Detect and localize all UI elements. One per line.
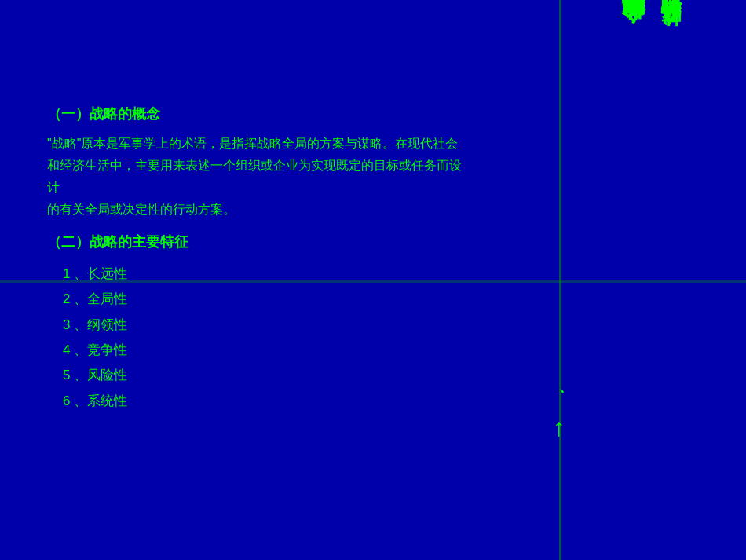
paragraph-rest-3: 的有关全局或决定性的行动方案。: [47, 203, 236, 216]
list-item-4: 4 、竞争性: [63, 338, 471, 363]
paragraph-rest-1: 原本是军事学上的术语，是指挥战略全局的方案与谋略。在现代社会: [81, 137, 458, 150]
list-item-6: 6 、系统性: [63, 389, 471, 414]
section1-header: （一）战略的概念: [47, 102, 471, 126]
deco-mark: 、: [556, 387, 577, 403]
features-list: 1 、长远性 2 、全局性 3 、纲领性 4 、竞争性 5 、风险性 6 、系统…: [63, 262, 471, 414]
list-item-1: 1 、长远性: [63, 262, 471, 287]
main-content: （一）战略的概念 "战略"原本是军事学上的术语，是指挥战略全局的方案与谋略。在现…: [47, 102, 471, 414]
paragraph-text-1: 战略: [52, 137, 77, 150]
title-block: 企业战略管理 战略分析与制订: [617, 12, 683, 44]
paragraph-rest-2: 和经济生活中，主要用来表述一个组织或企业为实现既定的目标或任务而设计: [47, 159, 462, 194]
list-item-5: 5 、风险性: [63, 363, 471, 388]
deco-bottom: ↑: [553, 413, 565, 442]
section2-header: （二）战略的主要特征: [47, 230, 471, 254]
list-item-3: 3 、纲领性: [63, 313, 471, 338]
slide-container: 企业战略管理 战略分析与制订 、 ↑ （一）战略的概念 "战略"原本是军事学上的…: [0, 0, 746, 560]
title-col-2: 战略分析与制订: [656, 27, 683, 44]
list-item-2: 2 、全局性: [63, 287, 471, 312]
title-col-1: 企业战略管理: [617, 12, 649, 44]
section1-paragraph: "战略"原本是军事学上的术语，是指挥战略全局的方案与谋略。在现代社会 和经济生活…: [47, 133, 471, 221]
